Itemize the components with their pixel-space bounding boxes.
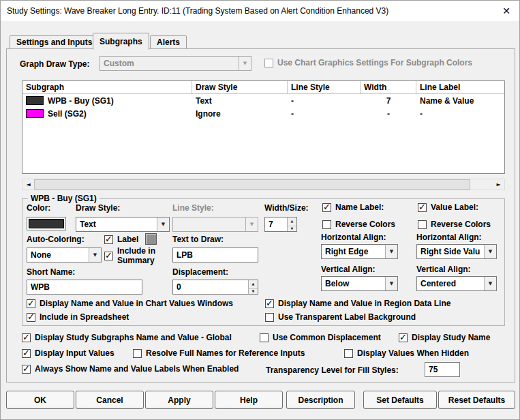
spinner-down-icon[interactable] [249, 287, 258, 294]
table-row-sg2[interactable]: Sell (SG2) Ignore - - - [22, 107, 504, 120]
checkbox-display-input-values[interactable]: Display Input Values [22, 348, 114, 358]
checkbox-box[interactable] [133, 349, 142, 358]
column-header-line-label[interactable]: Line Label [416, 81, 504, 93]
checkbox-box[interactable] [22, 365, 31, 374]
subgraph-color-swatch[interactable] [26, 109, 44, 118]
checkbox-value-label[interactable]: Value Label: [418, 202, 478, 212]
checkbox-box[interactable] [322, 203, 331, 212]
checkbox-box[interactable] [418, 203, 427, 212]
column-header-draw-style[interactable]: Draw Style [192, 81, 288, 93]
checkbox-include-in-summary[interactable]: Include in Summary [104, 246, 166, 265]
checkbox-always-show-labels[interactable]: Always Show Name and Value Labels When E… [22, 364, 239, 374]
short-name-label: Short Name: [27, 267, 75, 277]
checkbox-box[interactable] [27, 299, 35, 308]
scrollbar-thumb[interactable] [34, 179, 470, 190]
subgraph-color-swatch[interactable] [26, 96, 44, 105]
vertical-align-value-name: Below [322, 277, 385, 290]
chevron-down-icon[interactable] [484, 277, 496, 290]
checkbox-box[interactable] [22, 349, 31, 358]
scroll-left-icon[interactable] [22, 179, 34, 190]
checkbox-display-region-data[interactable]: Display Name and Value in Region Data Li… [265, 299, 450, 308]
label-color-button[interactable] [145, 233, 157, 245]
chevron-down-icon[interactable] [385, 245, 397, 258]
width-size-value: 7 [265, 217, 287, 231]
horizontal-align-value-name: Right Edge [322, 245, 385, 258]
checkbox-box[interactable] [22, 333, 31, 342]
checkbox-display-subgraphs-global[interactable]: Display Study Subgraphs Name and Value -… [22, 333, 232, 342]
subgraph-table: Subgraph Draw Style Line Style Width Lin… [22, 80, 505, 174]
subgraph-name: Sell (SG2) [48, 109, 87, 119]
horizontal-align-select-value[interactable]: Right Side Valu [416, 244, 497, 259]
tab-settings-and-inputs[interactable]: Settings and Inputs [10, 35, 99, 48]
set-defaults-button[interactable]: Set Defaults [363, 391, 437, 409]
checkbox-box[interactable] [265, 299, 274, 308]
checkbox-label-option[interactable]: Label [104, 235, 138, 244]
chevron-down-icon[interactable] [385, 277, 397, 290]
description-button[interactable]: Description [286, 391, 355, 409]
help-button[interactable]: Help [215, 391, 283, 409]
checkbox-label: Label [117, 235, 138, 244]
subgraph-name: WPB - Buy (SG1) [48, 96, 114, 106]
draw-style-value: Text [76, 217, 157, 231]
checkbox-use-common-displacement[interactable]: Use Common Displacement [260, 333, 381, 342]
chevron-down-icon[interactable] [157, 217, 169, 231]
checkbox-label: Name Label: [335, 202, 384, 212]
line-style-value [173, 217, 245, 231]
subgraph-color-button[interactable] [27, 217, 66, 230]
ok-button[interactable]: OK [6, 391, 74, 409]
checkbox-box[interactable] [27, 313, 35, 322]
column-header-line-style[interactable]: Line Style [288, 81, 361, 93]
checkbox-box[interactable] [104, 235, 113, 244]
table-row-sg1[interactable]: WPB - Buy (SG1) Text - 7 Name & Value [22, 94, 504, 107]
column-header-width[interactable]: Width [361, 81, 416, 93]
width-size-spinner[interactable]: 7 [264, 217, 297, 232]
checkbox-display-chart-values[interactable]: Display Name and Value in Chart Values W… [27, 299, 233, 308]
auto-coloring-value: None [27, 248, 89, 262]
spinner-up-icon[interactable] [249, 280, 258, 287]
checkbox-box[interactable] [322, 220, 331, 229]
graph-draw-type-value: Custom [100, 57, 239, 70]
checkbox-label: Use Chart Graphics Settings For Subgraph… [277, 58, 472, 68]
checkbox-box[interactable] [260, 333, 269, 342]
checkbox-transparent-label-background[interactable]: Use Transparent Label Background [265, 312, 416, 322]
horizontal-align-select-name[interactable]: Right Edge [321, 244, 398, 259]
short-name-input[interactable]: WPB [27, 280, 142, 295]
checkbox-label: Resolve Full Names for Reference Inputs [146, 348, 305, 358]
checkbox-display-study-name[interactable]: Display Study Name [399, 333, 490, 342]
apply-button[interactable]: Apply [145, 391, 213, 409]
tab-subgraphs[interactable]: Subgraphs [93, 33, 149, 50]
checkbox-box[interactable] [344, 349, 353, 358]
checkbox-include-in-spreadsheet[interactable]: Include in Spreadsheet [27, 312, 129, 322]
tab-alerts[interactable]: Alerts [150, 35, 187, 48]
column-header-subgraph[interactable]: Subgraph [22, 81, 192, 93]
checkbox-resolve-full-names[interactable]: Resolve Full Names for Reference Inputs [133, 348, 305, 358]
checkbox-reverse-colors-name[interactable]: Reverse Colors [322, 220, 395, 229]
graph-draw-type-label: Graph Draw Type: [20, 59, 89, 69]
close-icon[interactable]: ✕ [499, 3, 514, 18]
displacement-spinner[interactable]: 0 [172, 280, 258, 295]
vertical-align-select-name[interactable]: Below [321, 276, 398, 291]
titlebar: Study Settings: Wave Breaker Long Entry.… [1, 1, 519, 21]
checkbox-box[interactable] [399, 333, 408, 342]
checkbox-display-values-when-hidden[interactable]: Display Values When Hidden [344, 348, 469, 358]
group-title: WPB - Buy (SG1) [28, 194, 100, 203]
checkbox-label: Display Study Name [412, 333, 490, 342]
text-to-draw-input[interactable]: LPB [172, 247, 258, 262]
checkbox-reverse-colors-value[interactable]: Reverse Colors [418, 220, 491, 229]
checkbox-box[interactable] [265, 313, 274, 322]
spinner-up-icon[interactable] [288, 217, 296, 224]
reset-defaults-button[interactable]: Reset Defaults [438, 391, 515, 409]
checkbox-name-label[interactable]: Name Label: [322, 202, 384, 212]
chevron-down-icon[interactable] [484, 245, 496, 258]
vertical-align-select-value[interactable]: Centered [416, 276, 497, 291]
cancel-button[interactable]: Cancel [76, 391, 144, 409]
table-horizontal-scrollbar[interactable] [22, 179, 505, 190]
draw-style-select[interactable]: Text [76, 217, 170, 232]
chevron-down-icon[interactable] [89, 248, 101, 262]
scroll-right-icon[interactable] [493, 179, 504, 190]
transparency-level-input[interactable]: 75 [425, 362, 460, 377]
checkbox-box[interactable] [418, 220, 427, 229]
checkbox-box[interactable] [104, 252, 113, 260]
spinner-down-icon[interactable] [288, 224, 296, 231]
auto-coloring-select[interactable]: None [27, 247, 102, 262]
